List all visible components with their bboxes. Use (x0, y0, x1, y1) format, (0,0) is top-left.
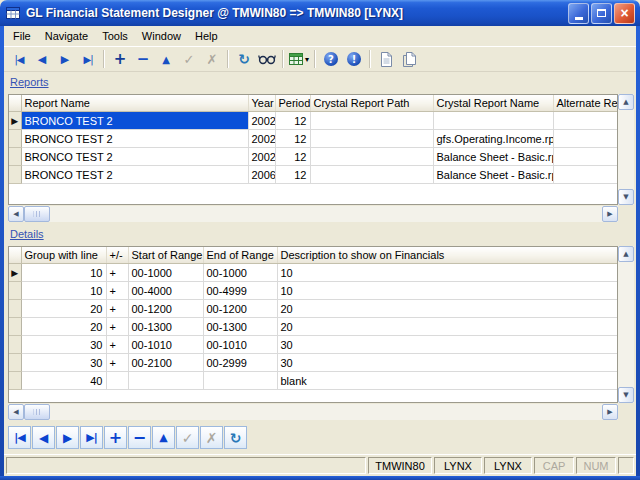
row-indicator[interactable] (9, 148, 21, 166)
grid-cell[interactable]: 40 (21, 372, 106, 390)
current-row-indicator[interactable]: ▶ (9, 264, 21, 282)
scroll-track[interactable] (618, 110, 634, 189)
column-header-description[interactable]: Description to show on Financials (277, 247, 617, 264)
grid-cell[interactable]: blank (277, 372, 617, 390)
grid-cell[interactable]: 2002 (248, 148, 275, 166)
nav-refresh-button[interactable]: ↻ (224, 426, 247, 449)
column-header-plus-minus[interactable]: +/- (106, 247, 128, 264)
scroll-up-button[interactable]: ▲ (618, 94, 634, 110)
grid-cell[interactable]: BRONCO TEST 2 (21, 166, 248, 184)
grid-cell[interactable]: Balance Sheet - Basic.rpt (433, 166, 553, 184)
edit-record-button[interactable]: ▲ (155, 49, 177, 69)
grid-cell[interactable] (553, 148, 617, 166)
menu-item-tools[interactable]: Tools (95, 27, 135, 45)
column-header-group-with-line[interactable]: Group with line (21, 247, 106, 264)
next-record-button[interactable]: ▶ (54, 49, 76, 69)
grid-cell[interactable] (203, 372, 277, 390)
scroll-track[interactable] (50, 206, 602, 222)
grid-cell[interactable] (310, 166, 433, 184)
grid-cell[interactable]: BRONCO TEST 2 (21, 112, 248, 130)
grid-cell[interactable]: + (106, 336, 128, 354)
grid-cell[interactable]: gfs.Operating.Income.rpt (433, 130, 553, 148)
grid-cell[interactable]: 10 (21, 282, 106, 300)
grid-cell[interactable] (128, 372, 203, 390)
nav-insert-button[interactable]: + (104, 426, 127, 449)
refresh-button[interactable]: ↻ (233, 49, 255, 69)
view-report-button[interactable] (256, 49, 278, 69)
grid-cell[interactable] (106, 372, 128, 390)
grid-cell[interactable]: 00-1000 (128, 264, 203, 282)
grid-cell[interactable] (310, 148, 433, 166)
row-indicator[interactable] (9, 300, 21, 318)
details-section-label[interactable]: Details (10, 228, 44, 240)
column-header-alternate-report[interactable]: Alternate Rep (553, 95, 617, 112)
reports-section-label[interactable]: Reports (10, 76, 49, 88)
row-indicator[interactable] (9, 354, 21, 372)
nav-first-button[interactable]: |◀ (8, 426, 31, 449)
grid-cell[interactable]: 00-1010 (203, 336, 277, 354)
scroll-left-button[interactable]: ◀ (8, 206, 24, 222)
new-document-button[interactable] (375, 49, 397, 69)
about-button[interactable]: ! (343, 49, 365, 69)
nav-edit-button[interactable]: ▲ (152, 426, 175, 449)
nav-last-button[interactable]: ▶| (80, 426, 103, 449)
grid-cell[interactable]: 20 (21, 300, 106, 318)
last-record-button[interactable]: ▶| (77, 49, 99, 69)
grid-cell[interactable]: BRONCO TEST 2 (21, 130, 248, 148)
grid-cell[interactable]: 00-1200 (203, 300, 277, 318)
grid-cell[interactable]: 12 (275, 166, 310, 184)
grid-cell[interactable]: 10 (277, 264, 617, 282)
row-indicator[interactable] (9, 336, 21, 354)
column-header-year[interactable]: Year (248, 95, 275, 112)
grid-cell[interactable]: 12 (275, 130, 310, 148)
resize-grip[interactable] (618, 457, 634, 474)
menu-item-file[interactable]: File (6, 27, 38, 45)
column-header-report-name[interactable]: Report Name (21, 95, 248, 112)
grid-cell[interactable]: 2002 (248, 112, 275, 130)
grid-cell[interactable]: + (106, 264, 128, 282)
grid-cell[interactable]: 2002 (248, 130, 275, 148)
grid-cell[interactable]: 00-2999 (203, 354, 277, 372)
scroll-down-button[interactable]: ▼ (618, 387, 634, 403)
grid-cell[interactable]: BRONCO TEST 2 (21, 148, 248, 166)
grid-cell[interactable]: 00-1000 (203, 264, 277, 282)
column-header-end-of-range[interactable]: End of Range (203, 247, 277, 264)
column-header-start-of-range[interactable]: Start of Range (128, 247, 203, 264)
grid-cell[interactable] (310, 130, 433, 148)
grid-cell[interactable]: 00-4000 (128, 282, 203, 300)
grid-cell[interactable]: 00-1010 (128, 336, 203, 354)
column-header-crystal-report-name[interactable]: Crystal Report Name (433, 95, 553, 112)
prior-record-button[interactable]: ◀ (31, 49, 53, 69)
menu-item-navigate[interactable]: Navigate (38, 27, 95, 45)
grid-cell[interactable]: 10 (277, 282, 617, 300)
minimize-button[interactable] (568, 3, 589, 24)
grid-cell[interactable] (553, 166, 617, 184)
grid-cell[interactable]: 12 (275, 148, 310, 166)
column-header-period[interactable]: Period (275, 95, 310, 112)
grid-cell[interactable]: 00-1300 (128, 318, 203, 336)
scroll-track[interactable] (50, 404, 602, 420)
grid-cell[interactable]: 30 (277, 336, 617, 354)
current-row-indicator[interactable]: ▶ (9, 112, 21, 130)
scroll-thumb[interactable] (24, 404, 50, 420)
grid-cell[interactable]: 12 (275, 112, 310, 130)
grid-cell[interactable]: + (106, 354, 128, 372)
column-header-crystal-report-path[interactable]: Crystal Report Path (310, 95, 433, 112)
maximize-button[interactable] (591, 3, 612, 24)
grid-cell[interactable]: 30 (21, 336, 106, 354)
grid-cell[interactable] (433, 112, 553, 130)
grid-cell[interactable]: + (106, 300, 128, 318)
grid-cell[interactable]: 00-2100 (128, 354, 203, 372)
row-indicator[interactable] (9, 166, 21, 184)
insert-record-button[interactable]: + (109, 49, 131, 69)
grid-cell[interactable]: 10 (21, 264, 106, 282)
menu-item-window[interactable]: Window (135, 27, 188, 45)
grid-cell[interactable]: + (106, 282, 128, 300)
copy-document-button[interactable] (398, 49, 420, 69)
scroll-left-button[interactable]: ◀ (8, 404, 24, 420)
grid-cell[interactable]: 00-1300 (203, 318, 277, 336)
grid-cell[interactable]: Balance Sheet - Basic.rpt (433, 148, 553, 166)
help-button[interactable]: ? (320, 49, 342, 69)
grid-cell[interactable] (553, 112, 617, 130)
row-indicator[interactable] (9, 318, 21, 336)
